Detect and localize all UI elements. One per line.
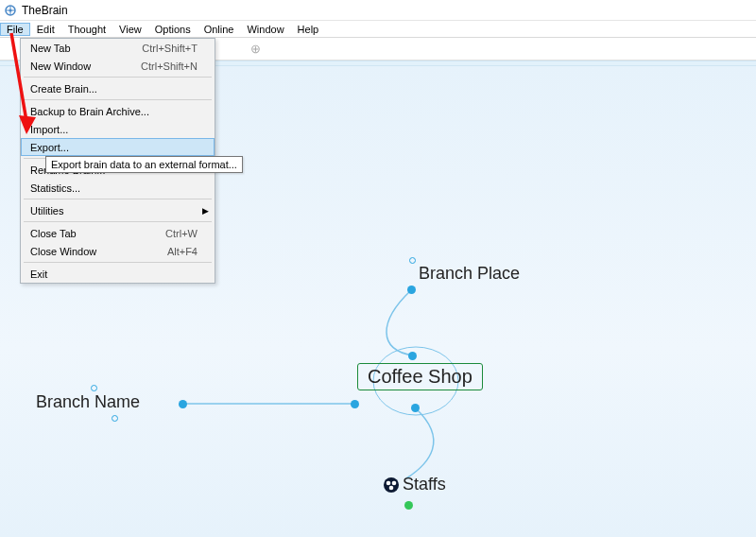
menu-window[interactable]: Window — [240, 23, 290, 36]
node-connector-icon — [404, 501, 413, 510]
menu-online[interactable]: Online — [198, 23, 241, 36]
title-bar: TheBrain — [0, 0, 756, 21]
menu-item-exit[interactable]: Exit — [21, 265, 215, 283]
node-label: Branch Name — [36, 392, 140, 412]
submenu-arrow-icon: ▶ — [202, 206, 209, 216]
menu-item-new-tab[interactable]: New TabCtrl+Shift+T — [21, 39, 215, 57]
node-connector-icon — [408, 352, 417, 360]
node-branch-place[interactable]: Branch Place — [396, 264, 520, 284]
menu-thought[interactable]: Thought — [61, 23, 112, 36]
menu-separator — [24, 221, 212, 222]
menu-view[interactable]: View — [112, 23, 148, 36]
app-title: TheBrain — [22, 4, 68, 17]
menu-item-statistics[interactable]: Statistics... — [21, 179, 215, 197]
svg-point-7 — [392, 480, 397, 485]
node-port-icon — [91, 385, 97, 391]
menu-bar: File Edit Thought View Options Online Wi… — [0, 21, 756, 38]
menu-item-import[interactable]: Import... — [21, 120, 215, 138]
node-label: Branch Place — [419, 264, 520, 284]
node-staffs[interactable]: Staffs — [383, 475, 446, 494]
menu-item-new-window[interactable]: New WindowCtrl+Shift+N — [21, 57, 215, 75]
svg-point-8 — [389, 485, 394, 490]
menu-separator — [24, 77, 212, 78]
menu-edit[interactable]: Edit — [30, 23, 61, 36]
menu-file[interactable]: File — [0, 23, 30, 36]
menu-item-close-tab[interactable]: Close TabCtrl+W — [21, 224, 215, 242]
svg-point-6 — [387, 480, 391, 485]
export-tooltip: Export brain data to an external format.… — [45, 156, 243, 173]
menu-item-create-brain[interactable]: Create Brain... — [21, 79, 215, 97]
node-connector-icon — [351, 400, 359, 408]
svg-point-5 — [384, 477, 399, 493]
menu-item-utilities[interactable]: Utilities▶ — [21, 201, 215, 219]
menu-help[interactable]: Help — [291, 23, 326, 36]
node-port-icon — [112, 415, 118, 422]
menu-options[interactable]: Options — [148, 23, 198, 36]
node-label: Staffs — [403, 475, 446, 494]
node-label: Coffee Shop — [368, 366, 472, 388]
add-tab-icon[interactable]: ⊕ — [250, 42, 261, 56]
globe-icon — [383, 476, 400, 494]
node-port-icon — [409, 257, 416, 264]
node-connector-icon — [407, 286, 416, 294]
menu-item-export[interactable]: Export... — [21, 138, 215, 156]
node-coffee-shop[interactable]: Coffee Shop — [357, 363, 483, 390]
app-logo-icon — [4, 4, 17, 17]
node-branch-name[interactable]: Branch Name — [36, 392, 140, 412]
node-connector-icon — [179, 400, 187, 408]
menu-separator — [24, 262, 212, 263]
node-connector-icon — [411, 404, 420, 412]
menu-separator — [24, 99, 212, 100]
menu-separator — [24, 199, 212, 199]
menu-item-close-window[interactable]: Close WindowAlt+F4 — [21, 242, 215, 260]
menu-item-backup[interactable]: Backup to Brain Archive... — [21, 102, 215, 120]
